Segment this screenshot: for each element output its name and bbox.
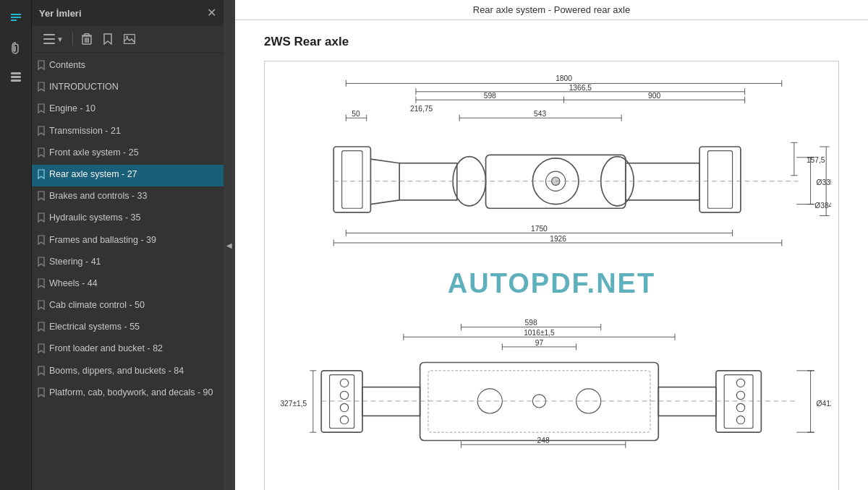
toolbar-bookmark-new-button[interactable] [99,30,116,48]
bookmark-item-platform[interactable]: Platform, cab, bodywork, and decals - 90 [32,383,224,405]
bookmark-flag-icon [38,235,45,249]
bookmark-item-steering[interactable]: Steering - 41 [32,252,224,274]
bookmark-flag-icon [38,366,45,379]
bookmark-label: Hydraulic systems - 35 [49,212,216,225]
svg-text:97: 97 [535,338,544,346]
bookmark-label: Rear axle system - 27 [49,168,216,181]
toolbar-menu-button[interactable]: ▼ [39,31,68,47]
bookmark-item-introduction[interactable]: INTRODUCTION [32,77,224,99]
svg-rect-55 [699,147,741,212]
bookmark-label: Front loader and bucket - 82 [49,343,216,356]
svg-text:1800: 1800 [556,74,572,82]
svg-rect-100 [658,387,716,416]
svg-point-91 [340,391,348,399]
bookmark-tab-icon[interactable] [3,6,29,32]
svg-text:1926: 1926 [550,235,566,243]
panel-close-button[interactable]: ✕ [207,7,216,19]
bookmark-label: Brakes and controls - 33 [49,190,216,203]
svg-rect-89 [330,374,354,428]
svg-rect-8 [43,43,55,44]
bookmark-item-frames[interactable]: Frames and ballasting - 39 [32,231,224,252]
svg-text:598: 598 [484,92,496,100]
paperclip-tab-icon[interactable] [3,35,29,61]
bookmark-item-brakes[interactable]: Brakes and controls - 33 [32,186,224,208]
bookmark-item-front-axle[interactable]: Front axle system - 25 [32,143,224,165]
svg-text:900: 900 [648,92,660,100]
bookmark-flag-icon [38,322,45,335]
bookmark-item-rear-axle[interactable]: Rear axle system - 27 [32,165,224,186]
svg-rect-95 [420,362,659,440]
bookmark-flag-icon [38,147,45,161]
svg-rect-47 [399,163,457,200]
bookmark-item-transmission[interactable]: Transmission - 21 [32,121,224,143]
bookmark-label: Contents [49,59,216,72]
svg-rect-7 [43,38,55,40]
svg-text:Ø412: Ø412 [817,399,831,407]
bookmark-label: Engine - 10 [49,103,216,116]
layers-tab-icon[interactable] [3,64,29,90]
toolbar-image-button[interactable] [119,31,140,47]
bookmark-item-cab-climate[interactable]: Cab climate control - 50 [32,296,224,317]
bookmark-label: Wheels - 44 [49,278,216,291]
bookmark-label: Electrical systems - 55 [49,321,216,334]
bookmark-flag-icon [38,191,45,205]
svg-point-14 [126,36,128,38]
svg-point-90 [340,379,348,387]
svg-text:Ø384: Ø384 [814,202,831,210]
svg-point-104 [736,391,744,399]
svg-rect-12 [88,38,89,43]
svg-text:543: 543 [534,110,546,118]
bookmark-flag-icon [38,60,45,74]
svg-point-106 [736,416,744,424]
bookmark-item-front-loader[interactable]: Front loader and bucket - 82 [32,339,224,361]
main-content: Rear axle system - Powered rear axle 2WS… [235,0,868,490]
bookmark-item-contents[interactable]: Contents [32,56,224,77]
svg-text:248: 248 [537,437,550,444]
svg-text:1016±1,5: 1016±1,5 [524,329,555,337]
bookmark-list: Contents INTRODUCTION Engine - 10 Transm… [32,53,224,490]
svg-rect-10 [85,38,86,43]
bookmark-label: Front axle system - 25 [49,147,216,160]
bookmark-item-electrical[interactable]: Electrical systems - 55 [32,317,224,339]
bookmarks-panel: Yer İmleri ✕ ▼ [32,0,224,490]
bookmark-flag-icon [38,387,45,401]
bookmark-flag-icon [38,169,45,183]
svg-text:1750: 1750 [531,225,548,233]
bookmark-item-engine[interactable]: Engine - 10 [32,99,224,121]
svg-rect-43 [333,147,370,212]
svg-rect-5 [11,79,21,82]
diagram-container: AUTOPDF.NET 1800 1366,5 598 [264,61,839,490]
svg-rect-56 [707,151,732,209]
svg-rect-102 [724,374,753,428]
document-header: Rear axle system - Powered rear axle [235,0,868,20]
svg-point-92 [340,403,348,411]
bookmark-flag-icon [38,343,45,357]
svg-rect-4 [11,76,21,78]
bookmark-flag-icon [38,212,45,226]
bookmark-item-wheels[interactable]: Wheels - 44 [32,274,224,296]
panel-title: Yer İmleri [39,8,82,19]
bookmark-flag-icon [38,257,45,270]
bookmark-label: INTRODUCTION [49,81,216,94]
bottom-axle-diagram: 598 1016±1,5 97 [272,317,831,481]
panel-collapse-button[interactable]: ◀ [224,0,235,490]
toolbar-divider-1 [72,33,73,46]
bookmark-item-booms[interactable]: Booms, dippers, and buckets - 84 [32,361,224,383]
svg-rect-3 [11,72,21,74]
bookmark-flag-icon [38,300,45,314]
top-axle-diagram: 1800 1366,5 598 900 216,75 [272,69,831,307]
toolbar-delete-button[interactable] [77,30,96,48]
svg-text:50: 50 [352,110,360,118]
svg-text:216,75: 216,75 [410,105,433,113]
svg-line-45 [370,159,399,163]
bookmark-item-hydraulic[interactable]: Hydraulic systems - 35 [32,208,224,230]
svg-rect-2 [11,20,17,21]
svg-text:598: 598 [525,319,537,327]
svg-rect-6 [43,34,55,35]
bookmark-label: Frames and ballasting - 39 [49,234,216,247]
svg-rect-94 [362,387,420,416]
svg-point-105 [736,403,744,411]
svg-rect-44 [342,151,362,209]
bookmark-label: Transmission - 21 [49,125,216,138]
svg-point-103 [736,379,744,387]
